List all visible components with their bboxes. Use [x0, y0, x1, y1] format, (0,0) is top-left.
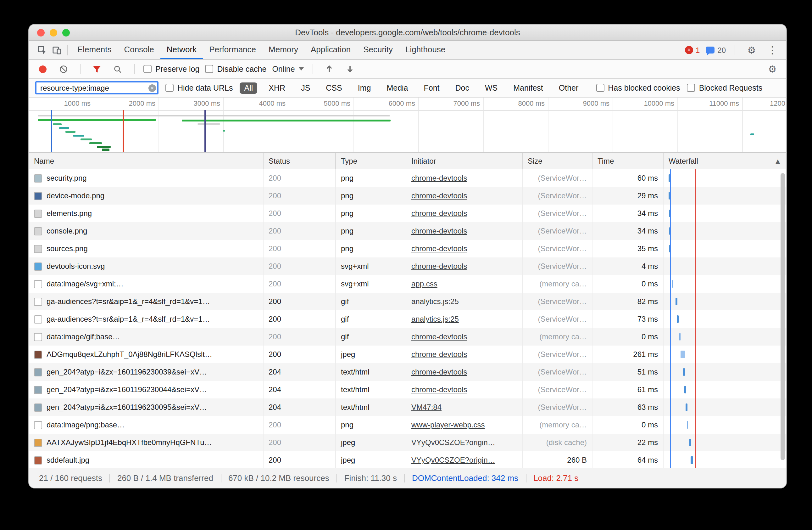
size-cell: (ServiceWor… — [523, 399, 593, 416]
close-button[interactable] — [37, 29, 45, 36]
table-row[interactable]: sources.png 200 png chrome-devtools (Ser… — [29, 240, 786, 257]
initiator-link[interactable]: chrome-devtools — [411, 350, 467, 359]
filter-pill[interactable]: CSS — [321, 82, 346, 94]
column-header-time[interactable]: Time — [593, 153, 664, 169]
column-header-initiator[interactable]: Initiator — [406, 153, 523, 169]
table-row[interactable]: gen_204?atyp=i&zx=1601196230044&sei=xV… … — [29, 381, 786, 399]
import-har-icon[interactable] — [322, 60, 337, 78]
panel-tab[interactable]: Application — [304, 41, 357, 59]
table-row[interactable]: data:image/svg+xml;… 200 svg+xml app.css… — [29, 275, 786, 293]
request-name: ADGmqu8qexLZuhphT_0Aj88Ng8riLFKASQlslt… — [46, 346, 212, 363]
status-cell: 200 — [263, 293, 336, 310]
initiator-link[interactable]: chrome-devtools — [411, 244, 467, 253]
table-row[interactable]: gen_204?atyp=i&zx=1601196230039&sei=xV… … — [29, 363, 786, 381]
table-row[interactable]: gen_204?atyp=i&zx=1601196230095&sei=xV… … — [29, 399, 786, 416]
waterfall-cell — [664, 434, 786, 451]
initiator-cell: analytics.js:25 — [406, 293, 523, 310]
panel-tab[interactable]: Memory — [262, 41, 304, 59]
table-row[interactable]: data:image/png;base… 200 png www-player-… — [29, 416, 786, 434]
network-settings-gear-icon[interactable]: ⚙ — [765, 60, 780, 78]
status-bar-item: Finish: 11.30 s — [337, 473, 404, 483]
vertical-scrollbar[interactable] — [781, 173, 785, 460]
filter-pill[interactable]: WS — [480, 82, 502, 94]
clear-filter-icon[interactable]: × — [148, 84, 156, 92]
settings-gear-icon[interactable]: ⚙ — [744, 44, 759, 56]
initiator-link[interactable]: VYyQv0CSZOE?origin… — [411, 438, 495, 447]
filter-pill[interactable]: Manifest — [509, 82, 548, 94]
type-cell: text/html — [336, 363, 406, 381]
file-thumbnail-icon — [34, 333, 42, 341]
table-row[interactable]: ga-audiences?t=sr&aip=1&_r=4&slf_rd=1&v=… — [29, 310, 786, 328]
panel-tab[interactable]: Console — [118, 41, 160, 59]
table-row[interactable]: data:image/gif;base… 200 gif chrome-devt… — [29, 328, 786, 346]
filter-input[interactable] — [35, 81, 159, 94]
record-button[interactable] — [35, 60, 50, 78]
initiator-link[interactable]: chrome-devtools — [411, 209, 467, 218]
initiator-link[interactable]: chrome-devtools — [411, 262, 467, 271]
initiator-link[interactable]: chrome-devtools — [411, 367, 467, 376]
initiator-link[interactable]: chrome-devtools — [411, 227, 467, 235]
throttling-select[interactable]: Online — [272, 65, 304, 73]
clear-button[interactable] — [56, 60, 71, 78]
panel-tab[interactable]: Lighthouse — [399, 41, 452, 59]
filter-pill[interactable]: Img — [353, 82, 376, 94]
table-row[interactable]: ga-audiences?t=sr&aip=1&_r=4&slf_rd=1&v=… — [29, 293, 786, 310]
minimize-button[interactable] — [50, 29, 57, 36]
filter-pill[interactable]: Doc — [451, 82, 474, 94]
filter-pill[interactable]: JS — [296, 82, 315, 94]
panel-tab[interactable]: Network — [160, 41, 203, 59]
filter-pill[interactable]: Font — [420, 82, 444, 94]
type-cell: jpeg — [336, 451, 406, 468]
disable-cache-checkbox[interactable]: Disable cache — [205, 65, 266, 73]
table-row[interactable]: ADGmqu8qexLZuhphT_0Aj88Ng8riLFKASQlslt… … — [29, 346, 786, 363]
column-header-status[interactable]: Status — [263, 153, 336, 169]
panel-tab[interactable]: Security — [357, 41, 399, 59]
initiator-link[interactable]: chrome-devtools — [411, 332, 467, 341]
column-header-size[interactable]: Size — [523, 153, 593, 169]
overview-request-bar — [59, 127, 69, 129]
type-cell: png — [336, 169, 406, 187]
table-row[interactable]: security.png 200 png chrome-devtools (Se… — [29, 169, 786, 187]
blocked-requests-checkbox[interactable]: Blocked Requests — [687, 83, 763, 92]
initiator-link[interactable]: app.css — [411, 279, 437, 288]
more-menu-icon[interactable]: ⋮ — [765, 44, 780, 56]
initiator-link[interactable]: analytics.js:25 — [411, 297, 459, 306]
filter-pill[interactable]: All — [240, 82, 258, 94]
initiator-link[interactable]: chrome-devtools — [411, 174, 467, 183]
column-header-name[interactable]: Name — [29, 153, 263, 169]
initiator-link[interactable]: VM47:84 — [411, 403, 441, 412]
network-overview[interactable]: 1000 ms2000 ms3000 ms4000 ms5000 ms6000 … — [29, 98, 786, 153]
initiator-link[interactable]: VYyQv0CSZOE?origin… — [411, 456, 495, 464]
zoom-button[interactable] — [62, 29, 70, 36]
initiator-link[interactable]: chrome-devtools — [411, 191, 467, 200]
table-row[interactable]: console.png 200 png chrome-devtools (Ser… — [29, 222, 786, 240]
has-blocked-cookies-checkbox[interactable]: Has blocked cookies — [596, 83, 680, 92]
error-counter[interactable]: × 1 — [685, 46, 700, 54]
filter-pill[interactable]: Other — [554, 82, 583, 94]
filter-pill[interactable]: XHR — [264, 82, 290, 94]
search-icon[interactable] — [110, 60, 125, 78]
table-row[interactable]: device-mode.png 200 png chrome-devtools … — [29, 187, 786, 205]
table-row[interactable]: devtools-icon.svg 200 svg+xml chrome-dev… — [29, 257, 786, 275]
preserve-log-checkbox[interactable]: Preserve log — [143, 65, 199, 73]
table-row[interactable]: elements.png 200 png chrome-devtools (Se… — [29, 205, 786, 222]
initiator-link[interactable]: analytics.js:25 — [411, 315, 459, 323]
size-cell: (disk cache) — [523, 434, 593, 451]
hide-data-urls-checkbox[interactable]: Hide data URLs — [165, 83, 233, 92]
waterfall-bar — [676, 298, 677, 305]
table-row[interactable]: sddefault.jpg 200 jpeg VYyQv0CSZOE?origi… — [29, 451, 786, 468]
table-row[interactable]: AATXAJywSIpD1jf4EbqHXTfbe0mnyHqGFNTu… 20… — [29, 434, 786, 451]
issues-counter[interactable]: 20 — [706, 46, 726, 54]
inspect-icon[interactable] — [34, 41, 49, 59]
panel-tab[interactable]: Elements — [71, 41, 118, 59]
device-toolbar-icon[interactable] — [49, 41, 64, 59]
export-har-icon[interactable] — [343, 60, 358, 78]
panel-tab[interactable]: Performance — [203, 41, 262, 59]
filter-toggle-icon[interactable] — [89, 60, 104, 78]
initiator-cell: www-player-webp.css — [406, 416, 523, 434]
column-header-type[interactable]: Type — [336, 153, 406, 169]
initiator-link[interactable]: www-player-webp.css — [411, 420, 484, 429]
column-header-waterfall[interactable]: Waterfall ▲ — [664, 153, 786, 169]
initiator-link[interactable]: chrome-devtools — [411, 385, 467, 394]
filter-pill[interactable]: Media — [382, 82, 412, 94]
